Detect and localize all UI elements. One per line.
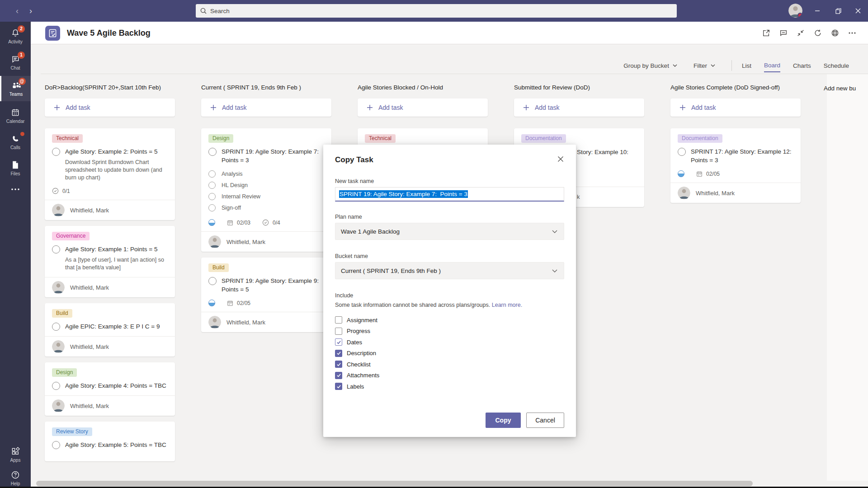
bucket-title[interactable]: Agile Stories Complete (DoD Signed-off): [670, 84, 801, 93]
bucket-name-select[interactable]: Current ( SPRINT 19, Ends 9th Feb ): [335, 262, 564, 279]
add-task-button[interactable]: Add task: [358, 99, 488, 117]
sidebar-more-button[interactable]: [0, 182, 31, 197]
complete-task-circle[interactable]: [52, 245, 60, 253]
bucket-title[interactable]: Current ( SPRINT 19, Ends 9th Feb ): [201, 84, 331, 93]
new-task-name-input[interactable]: SPRINT 19: Agile Story: Example 7: Point…: [335, 187, 564, 202]
checklist-progress: 0/4: [273, 220, 280, 226]
tab-charts[interactable]: Charts: [793, 62, 811, 72]
bucket-title[interactable]: Agile Stories Blocked / On-Hold: [358, 84, 488, 93]
task-card[interactable]: Documentation SPRINT 17: Agile Story: Ex…: [670, 128, 801, 203]
sidebar-item-apps[interactable]: Apps: [0, 442, 31, 467]
checklist-item[interactable]: Sign-off: [208, 202, 324, 213]
complete-task-circle[interactable]: [208, 277, 217, 285]
task-card[interactable]: Build Agile EPIC: Example 3: E P I C = 9…: [45, 303, 175, 357]
close-window-button[interactable]: [848, 0, 868, 22]
checklist-circle[interactable]: [208, 170, 216, 178]
bell-icon: 2: [10, 28, 21, 38]
close-icon[interactable]: [555, 154, 566, 164]
include-option-checklist[interactable]: Checklist: [335, 359, 564, 370]
checkbox[interactable]: [335, 316, 342, 324]
task-card[interactable]: Technical Agile Story: Example 2: Points…: [45, 128, 175, 220]
copy-button[interactable]: Copy: [486, 413, 521, 428]
bucket-title[interactable]: Submitted for Review (DoD): [514, 84, 644, 93]
checkbox[interactable]: [335, 338, 342, 346]
cancel-button[interactable]: Cancel: [526, 413, 564, 428]
task-card[interactable]: Design SPRINT 19: Agile Story: Example 7…: [201, 128, 331, 252]
minimize-button[interactable]: [807, 0, 827, 22]
user-avatar[interactable]: [788, 4, 802, 18]
refresh-icon[interactable]: [813, 28, 823, 38]
collapse-icon[interactable]: [796, 28, 806, 38]
complete-task-circle[interactable]: [678, 148, 686, 156]
include-option-labels[interactable]: Labels: [335, 381, 564, 392]
horizontal-scrollbar[interactable]: [36, 481, 753, 486]
include-option-dates[interactable]: Dates: [335, 337, 564, 348]
complete-task-circle[interactable]: [52, 441, 60, 449]
label-pill: Documentation: [678, 134, 722, 143]
task-card[interactable]: Governance Agile Story: Example 1: Point…: [45, 226, 175, 297]
card-footer: Whitfield, Mark: [670, 183, 801, 203]
plus-icon: [523, 104, 529, 111]
add-new-bucket-button[interactable]: Add new bu: [824, 85, 856, 92]
sidebar-item-calendar[interactable]: Calendar: [0, 103, 31, 128]
label-pill: Design: [52, 368, 77, 377]
task-card[interactable]: Design Agile Story: Example 4: Points = …: [45, 362, 175, 416]
add-task-button[interactable]: Add task: [45, 99, 175, 117]
checkbox[interactable]: [335, 350, 342, 357]
sidebar-item-chat[interactable]: 1 Chat: [0, 50, 31, 75]
back-icon[interactable]: ‹: [13, 6, 22, 15]
task-card[interactable]: Build SPRINT 19: Agile Story: Example 9:…: [201, 258, 331, 332]
include-option-attachments[interactable]: Attachments: [335, 370, 564, 381]
sidebar-item-help[interactable]: Help: [0, 465, 31, 488]
tab-list[interactable]: List: [742, 62, 751, 72]
checklist-item[interactable]: Analysis: [208, 168, 324, 179]
search-input[interactable]: Search: [196, 4, 677, 18]
copy-task-dialog: Copy Task New task name SPRINT 19: Agile…: [323, 145, 576, 437]
sidebar-item-files[interactable]: Files: [0, 155, 31, 181]
calendar-small-icon: [227, 220, 233, 226]
filter-dropdown[interactable]: Filter: [693, 62, 715, 69]
avatar: [52, 204, 65, 216]
in-progress-icon: [208, 300, 215, 306]
checklist-item[interactable]: HL Design: [208, 179, 324, 191]
restore-button[interactable]: [828, 0, 848, 22]
chevron-down-icon: [552, 269, 557, 272]
open-in-window-icon[interactable]: [761, 28, 771, 38]
group-by-dropdown[interactable]: Group by Bucket: [623, 62, 677, 69]
complete-task-circle[interactable]: [52, 148, 60, 156]
search-icon: [200, 8, 207, 14]
plan-name-select[interactable]: Wave 1 Agile Backlog: [335, 223, 564, 240]
checkbox[interactable]: [335, 383, 342, 390]
conversation-icon[interactable]: [778, 28, 788, 38]
checklist-circle[interactable]: [208, 204, 216, 211]
learn-more-link[interactable]: Learn more.: [492, 302, 522, 308]
sidebar-item-calls[interactable]: Calls: [0, 129, 31, 155]
avatar: [678, 187, 690, 199]
complete-task-circle[interactable]: [52, 323, 60, 331]
activity-badge: 2: [18, 25, 25, 33]
sidebar-item-teams[interactable]: @ Teams: [0, 76, 31, 101]
forward-icon[interactable]: ›: [26, 6, 35, 15]
add-task-button[interactable]: Add task: [201, 99, 331, 117]
checkbox[interactable]: [335, 328, 342, 335]
tab-schedule[interactable]: Schedule: [824, 62, 849, 72]
globe-icon[interactable]: [830, 28, 840, 38]
include-option-progress[interactable]: Progress: [335, 326, 564, 337]
tab-board[interactable]: Board: [764, 62, 780, 72]
task-card[interactable]: Review Story Agile Story: Example 5: Poi…: [45, 422, 175, 461]
add-task-button[interactable]: Add task: [670, 99, 801, 117]
checkbox[interactable]: [335, 361, 342, 368]
checklist-item[interactable]: Internal Review: [208, 191, 324, 202]
include-option-assignment[interactable]: Assignment: [335, 314, 564, 326]
complete-task-circle[interactable]: [52, 382, 60, 390]
add-task-button[interactable]: Add task: [514, 99, 644, 117]
sidebar-item-activity[interactable]: 2 Activity: [0, 23, 31, 49]
complete-task-circle[interactable]: [208, 148, 217, 156]
checklist-circle[interactable]: [208, 182, 216, 189]
checklist-circle[interactable]: [208, 193, 216, 200]
bucket-title[interactable]: DoR>Backlog(SPRINT 20+,Start 10th Feb): [45, 84, 175, 93]
include-option-description[interactable]: Description: [335, 348, 564, 359]
more-options-icon[interactable]: [847, 28, 857, 38]
assignee-name: Whitfield, Mark: [70, 207, 109, 214]
checkbox[interactable]: [335, 372, 342, 379]
